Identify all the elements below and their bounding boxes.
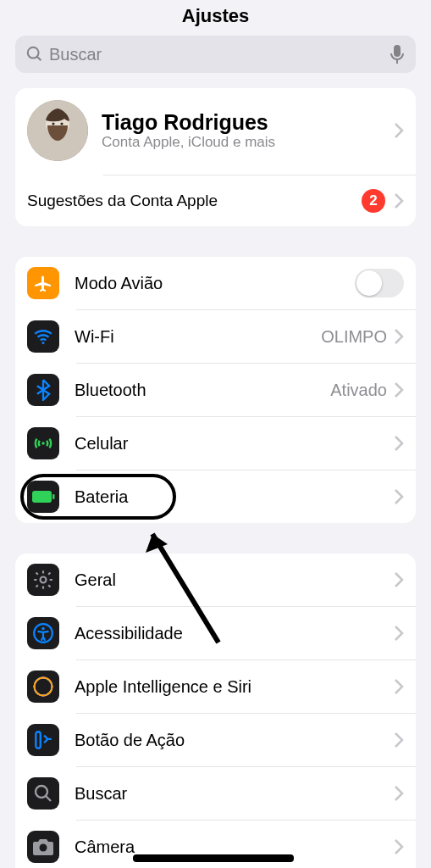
row-search-setting[interactable]: Buscar [15,767,416,820]
svg-rect-2 [394,45,401,57]
svg-point-6 [52,122,54,125]
svg-point-8 [41,342,44,344]
row-accessibility[interactable]: Acessibilidade [15,607,416,659]
row-cellular[interactable]: Celular [15,417,416,470]
bluetooth-value: Ativado [330,381,387,400]
chevron-right-icon [394,192,404,209]
account-name: Tiago Rodrigues [102,110,394,135]
row-airplane[interactable]: Modo Avião [15,257,416,309]
account-suggestions-row[interactable]: Sugestões da Conta Apple 2 [15,175,416,226]
search-icon [25,45,44,64]
svg-point-19 [36,786,47,798]
svg-point-17 [31,675,55,698]
wifi-value: OLIMPO [321,327,387,347]
svg-point-7 [60,122,63,125]
row-label: Bluetooth [75,381,330,400]
row-general[interactable]: Geral [15,554,416,606]
search-placeholder: Buscar [49,45,389,64]
svg-point-14 [41,627,44,630]
svg-point-9 [41,442,44,444]
chevron-right-icon [394,838,404,855]
accessibility-icon [27,617,59,649]
action-button-icon [27,724,59,756]
camera-icon [27,831,59,863]
airplane-toggle[interactable] [355,269,404,298]
chevron-right-icon [394,732,404,748]
bluetooth-icon [27,374,59,406]
general-group: Geral Acessibilidade Apple Intelligence … [15,554,416,868]
row-camera[interactable]: Câmera [15,821,416,868]
svg-point-21 [40,844,47,852]
gear-icon [27,564,59,596]
row-label: Buscar [75,784,394,804]
row-label: Wi-Fi [75,327,321,347]
ai-siri-icon [27,670,59,703]
battery-icon [27,481,59,513]
svg-point-0 [28,47,39,58]
row-wifi[interactable]: Wi-Fi OLIMPO [15,310,416,363]
chevron-right-icon [394,678,404,695]
row-label: Câmera [75,837,394,857]
account-subtitle: Conta Apple, iCloud e mais [102,134,394,151]
svg-point-12 [41,577,47,583]
row-label: Apple Intelligence e Siri [75,677,394,697]
row-label: Celular [75,434,394,453]
airplane-icon [27,267,59,299]
svg-line-20 [46,796,51,801]
row-label: Acessibilidade [75,624,394,643]
svg-rect-10 [32,491,52,503]
chevron-right-icon [394,435,404,452]
svg-line-1 [37,57,41,61]
chevron-right-icon [394,571,404,588]
row-label: Botão de Ação [75,731,394,750]
row-apple-intelligence[interactable]: Apple Intelligence e Siri [15,660,416,713]
row-label: Bateria [75,487,394,507]
cellular-icon [27,427,59,459]
account-group: Tiago Rodrigues Conta Apple, iCloud e ma… [15,88,416,226]
account-row[interactable]: Tiago Rodrigues Conta Apple, iCloud e ma… [15,88,416,175]
page-title: Ajustes [0,0,431,36]
row-bluetooth[interactable]: Bluetooth Ativado [15,364,416,416]
chevron-right-icon [394,328,404,345]
chevron-right-icon [394,488,404,505]
search-input[interactable]: Buscar [15,36,416,73]
chevron-right-icon [394,625,404,642]
avatar [27,100,88,161]
suggestions-badge: 2 [362,189,385,213]
connectivity-group: Modo Avião Wi-Fi OLIMPO Bluetooth Ativad… [15,257,416,523]
wifi-icon [27,320,59,353]
row-action-button[interactable]: Botão de Ação [15,714,416,766]
row-label: Modo Avião [75,274,355,293]
magnifier-icon [27,777,59,810]
svg-rect-11 [52,494,55,499]
chevron-right-icon [394,785,404,802]
svg-rect-18 [36,732,40,748]
row-battery[interactable]: Bateria [15,470,416,523]
row-label: Geral [75,570,394,590]
chevron-right-icon [394,122,404,139]
chevron-right-icon [394,381,404,398]
mic-icon[interactable] [389,44,406,64]
svg-marker-28 [146,534,168,553]
account-suggestions-label: Sugestões da Conta Apple [27,192,362,210]
